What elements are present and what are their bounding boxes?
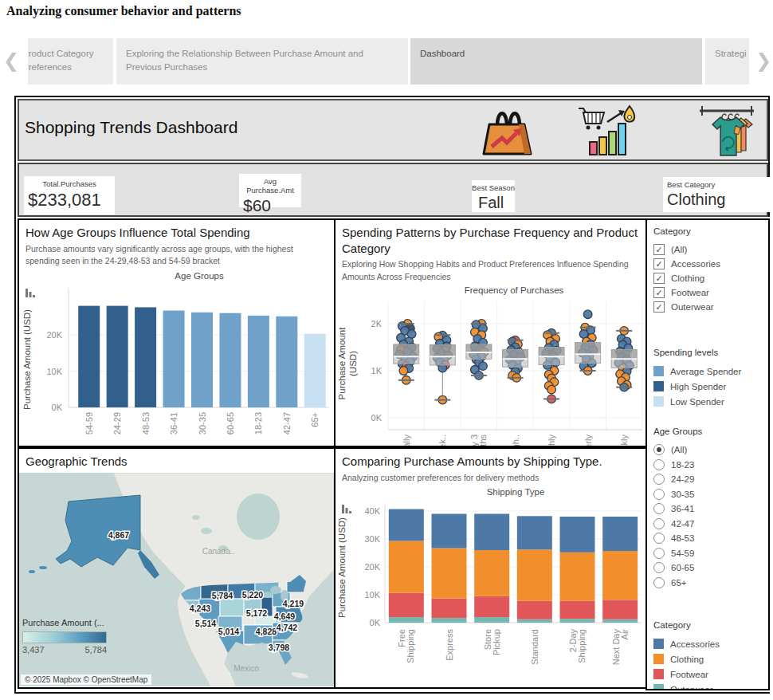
legend-title: Category — [653, 620, 763, 630]
map-value-label[interactable]: 4,219 — [283, 599, 304, 608]
category-legend-item[interactable]: Accessories — [653, 636, 763, 651]
tab-strategies[interactable]: Strategi — [705, 38, 749, 85]
age-radio-18-23[interactable]: 18-23 — [653, 458, 763, 473]
bar-42-47[interactable] — [276, 317, 297, 407]
map-value-label[interactable]: 4,649 — [274, 612, 295, 621]
tab-product-category-preferences[interactable]: Product Category Preferences — [28, 38, 113, 85]
age-radio-36-41[interactable]: 36-41 — [653, 501, 763, 517]
age-radio-24-29[interactable]: 24-29 — [653, 472, 763, 487]
age-radio-48-53[interactable]: 48-53 — [653, 531, 763, 546]
chart-subtitle: Analyzing customer preferences for deliv… — [335, 470, 645, 485]
stack-accessories-2[interactable] — [474, 514, 509, 551]
stack-accessories-5[interactable] — [602, 517, 638, 551]
category-checkbox-outerwear[interactable]: ✓Outerwear — [653, 300, 763, 314]
stack-accessories-4[interactable] — [560, 517, 595, 553]
spending-legend-item[interactable]: Low Spender — [653, 394, 763, 409]
stack-clothing-2[interactable] — [474, 550, 509, 596]
stack-footwear-0[interactable] — [389, 593, 424, 617]
x-axis-label: Annually — [402, 434, 411, 446]
spending-legend-item[interactable]: High Spender — [653, 379, 763, 394]
tableau-page: Analyzing consumer behavior and patterns… — [0, 0, 773, 700]
kpi-label: Best Category — [663, 177, 770, 189]
stack-clothing-3[interactable] — [517, 550, 552, 601]
x-axis-label: Monthly — [547, 434, 556, 446]
stack-accessories-1[interactable] — [432, 514, 467, 549]
bar-48-53[interactable] — [135, 307, 156, 407]
bar-60-65[interactable] — [219, 313, 241, 407]
map-value-label[interactable]: 4,243 — [190, 604, 210, 613]
stack-outerwear-4[interactable] — [560, 619, 595, 623]
map-value-label[interactable]: 5,172 — [246, 608, 267, 618]
sort-icon[interactable] — [342, 505, 351, 513]
bar-24-29[interactable] — [107, 306, 128, 407]
stack-outerwear-0[interactable] — [389, 617, 424, 623]
age-radio-all[interactable]: (All) — [653, 442, 763, 458]
spending-legend-item[interactable]: Average Spender — [653, 364, 763, 379]
bar-54-59[interactable] — [78, 306, 100, 407]
map-value-label[interactable]: 3,798 — [269, 643, 289, 652]
map-value-label[interactable]: 4,742 — [277, 623, 297, 632]
category-checkbox-all[interactable]: ✓(All) — [653, 242, 763, 257]
x-axis-label: 54-59 — [84, 412, 94, 435]
age-radio-42-47[interactable]: 42-47 — [653, 517, 763, 532]
mark-circle[interactable] — [399, 366, 408, 375]
stack-footwear-4[interactable] — [560, 601, 595, 619]
category-checkbox-footwear[interactable]: ✓Footwear — [653, 285, 763, 300]
x-axis-label: 36-41 — [169, 412, 179, 435]
category-legend-item[interactable]: Outerwear — [653, 682, 763, 690]
map-legend-min: 3,437 — [22, 645, 45, 655]
shopping-bag-icon — [480, 104, 536, 157]
mark-circle[interactable] — [479, 361, 488, 370]
map-value-label[interactable]: 4,867 — [108, 530, 129, 540]
mark-circle[interactable] — [547, 385, 556, 394]
map-value-label[interactable]: 5,514 — [195, 619, 216, 628]
chevron-right-icon[interactable]: ❯ — [754, 49, 773, 72]
stack-clothing-4[interactable] — [560, 553, 595, 601]
box-upper — [539, 347, 564, 356]
map-value-label[interactable]: 5,784 — [212, 591, 233, 600]
tab-exploring-relationship[interactable]: Exploring the Relationship Between Purch… — [116, 38, 408, 85]
bar-18-23[interactable] — [248, 316, 269, 407]
option-label: Footwear — [671, 288, 709, 297]
category-legend-item[interactable]: Clothing — [653, 651, 763, 667]
radio-icon — [653, 474, 665, 485]
category-checkbox-accessories[interactable]: ✓Accessories — [653, 257, 763, 271]
stack-clothing-5[interactable] — [602, 551, 638, 600]
bar-36-41[interactable] — [163, 311, 185, 407]
category-checkbox-clothing[interactable]: ✓Clothing — [653, 271, 763, 285]
bar-65+[interactable] — [304, 334, 326, 407]
age-radio-54-59[interactable]: 54-59 — [653, 546, 763, 561]
kpi-value: Fall — [472, 194, 515, 212]
radio-icon — [653, 548, 665, 559]
map-gradient-bar — [22, 631, 107, 643]
mark-circle[interactable] — [583, 309, 592, 318]
map-hudson-bay — [237, 494, 280, 540]
map-value-label[interactable]: 5,220 — [242, 590, 263, 600]
bar-30-35[interactable] — [191, 313, 213, 407]
age-radio-30-35[interactable]: 30-35 — [653, 487, 763, 502]
chevron-left-icon[interactable]: ❮ — [2, 49, 21, 72]
stack-outerwear-3[interactable] — [517, 619, 552, 623]
stack-footwear-3[interactable] — [517, 601, 552, 619]
stack-footwear-2[interactable] — [474, 596, 509, 617]
x-axis-title: Age Groups — [175, 271, 224, 281]
stack-accessories-3[interactable] — [517, 517, 552, 550]
stack-accessories-0[interactable] — [389, 509, 424, 541]
map-value-label[interactable]: 5,014 — [218, 627, 239, 636]
tab-dashboard[interactable]: Dashboard — [410, 38, 702, 85]
stack-footwear-1[interactable] — [432, 599, 467, 619]
age-radio-60-65[interactable]: 60-65 — [653, 560, 763, 576]
stack-footwear-5[interactable] — [602, 600, 638, 620]
map-value-label[interactable]: 4,828 — [256, 627, 277, 636]
category-legend-item[interactable]: Footwear — [653, 667, 763, 682]
stack-outerwear-2[interactable] — [474, 617, 509, 623]
filter-title: Category — [653, 226, 763, 236]
sort-icon[interactable] — [26, 289, 35, 297]
stack-clothing-0[interactable] — [389, 541, 424, 593]
stack-outerwear-1[interactable] — [432, 618, 467, 623]
stack-clothing-1[interactable] — [432, 549, 467, 599]
stack-outerwear-5[interactable] — [602, 619, 638, 623]
age-radio-65[interactable]: 65+ — [653, 576, 763, 591]
y-axis-tick: 0K — [52, 403, 63, 412]
y-axis-tick: 0K — [370, 618, 381, 627]
